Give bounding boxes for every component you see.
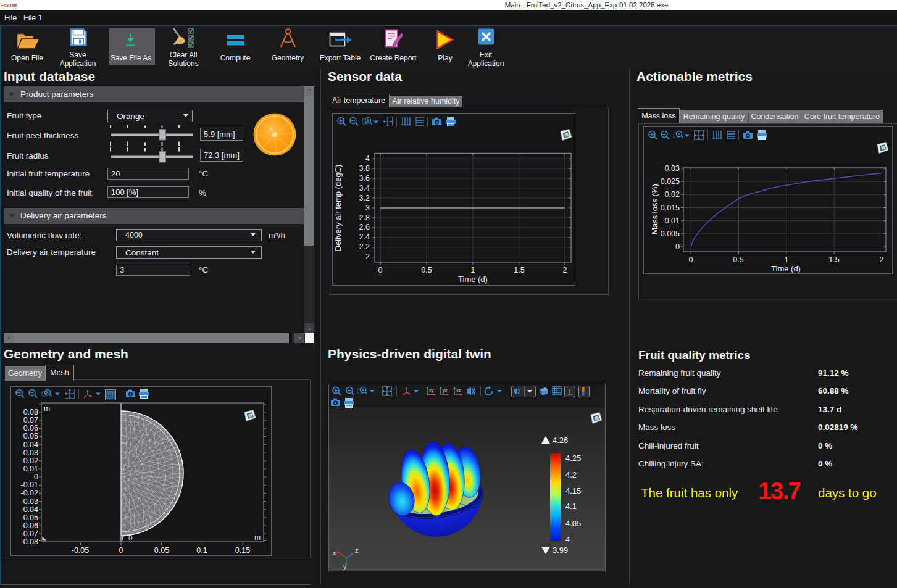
svg-text:yz: yz xyxy=(443,387,448,393)
svg-text:z: z xyxy=(355,547,359,554)
svg-text:xy: xy xyxy=(429,387,434,393)
svg-text:x: x xyxy=(333,549,336,557)
svg-text:xz: xz xyxy=(456,387,461,393)
svg-text:y: y xyxy=(343,563,347,570)
